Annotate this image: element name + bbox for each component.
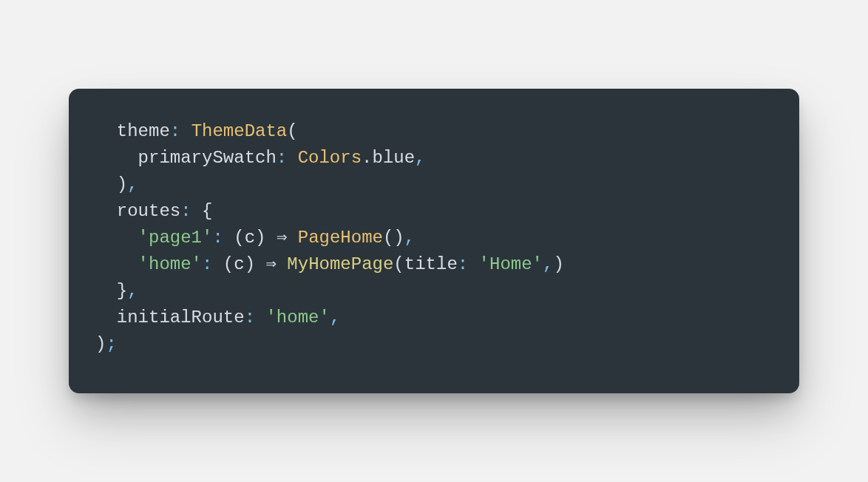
- code-token: 'home': [138, 254, 202, 274]
- code-token: ThemeData: [191, 121, 288, 141]
- code-token: MyHomePage: [287, 254, 393, 274]
- code-token: :: [458, 254, 479, 274]
- code-token: :: [170, 121, 191, 141]
- code-token: :: [277, 148, 298, 168]
- code-token: (: [393, 254, 404, 274]
- code-token: {: [202, 201, 212, 221]
- code-token: [95, 228, 138, 248]
- code-line: routes: {: [95, 198, 773, 225]
- code-token: PageHome: [298, 228, 383, 248]
- code-token: (: [234, 228, 244, 248]
- code-token: (): [383, 228, 404, 248]
- code-token: ,: [404, 228, 415, 248]
- code-token: :: [245, 308, 266, 327]
- code-token: c: [234, 254, 244, 274]
- code-token: initialRoute: [95, 308, 245, 327]
- code-token: ): [95, 334, 106, 354]
- code-token: 'page1': [138, 228, 213, 248]
- code-token: :: [212, 228, 234, 248]
- code-token: ): [553, 254, 563, 274]
- code-line: },: [95, 278, 773, 305]
- code-line: );: [95, 331, 773, 358]
- code-token: :: [202, 254, 223, 274]
- code-token: :: [180, 201, 202, 221]
- code-token: primarySwatch: [95, 148, 277, 168]
- code-token: }: [95, 281, 127, 301]
- code-line: primarySwatch: Colors.blue,: [95, 145, 773, 172]
- code-token: ,: [543, 254, 553, 274]
- code-token: ;: [106, 334, 116, 354]
- code-token: ): [245, 254, 266, 274]
- code-token: ,: [127, 174, 138, 194]
- code-token: ): [95, 174, 127, 194]
- code-token: routes: [95, 201, 180, 221]
- code-token: 'Home': [479, 254, 543, 274]
- code-line: theme: ThemeData(: [95, 118, 773, 145]
- code-token: .: [362, 148, 372, 168]
- code-token: (: [223, 254, 234, 274]
- code-line: initialRoute: 'home',: [95, 305, 773, 331]
- code-token: blue: [372, 148, 415, 168]
- code-token: title: [404, 254, 458, 274]
- code-token: 'home': [265, 308, 329, 327]
- code-token: ): [255, 228, 277, 248]
- code-token: c: [245, 228, 255, 248]
- code-line: 'home': (c) ⇒ MyHomePage(title: 'Home',): [95, 251, 773, 278]
- code-token: theme: [95, 121, 170, 141]
- code-token: Colors: [298, 148, 362, 168]
- code-token: [95, 254, 138, 274]
- code-token: ⇒: [277, 228, 298, 248]
- code-token: ,: [330, 308, 340, 327]
- code-token: ,: [415, 148, 425, 168]
- code-line: ),: [95, 172, 773, 198]
- code-token: (: [287, 121, 297, 141]
- code-block: theme: ThemeData( primarySwatch: Colors.…: [69, 89, 799, 393]
- code-token: ⇒: [265, 254, 287, 274]
- code-line: 'page1': (c) ⇒ PageHome(),: [95, 225, 773, 251]
- code-token: ,: [127, 281, 138, 301]
